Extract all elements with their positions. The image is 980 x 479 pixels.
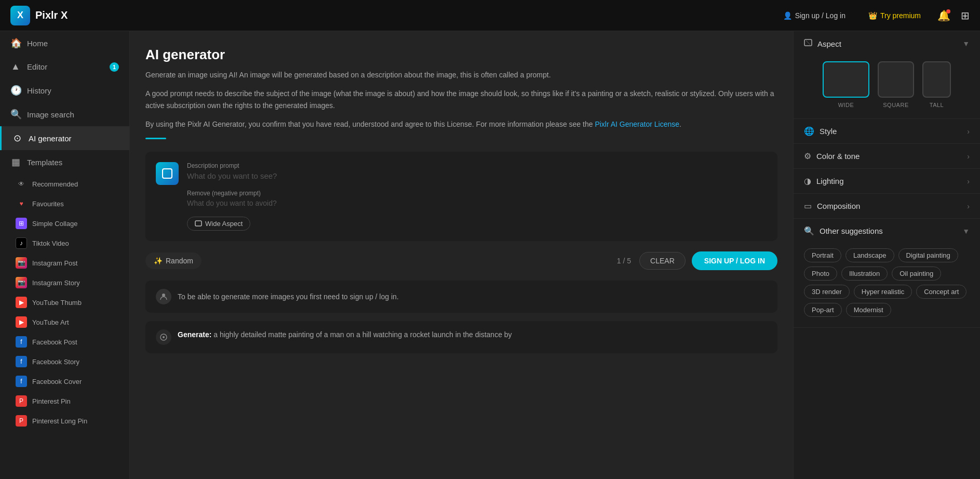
sidebar-item-home[interactable]: 🏠 Home <box>0 31 129 55</box>
sub-collage-label: Simple Collage <box>32 220 77 228</box>
color-tone-label: Color & tone <box>816 152 967 161</box>
prompt-fields: Description prompt What do you want to s… <box>187 162 767 231</box>
random-button[interactable]: ✨ Random <box>145 252 202 269</box>
clear-button[interactable]: CLEAR <box>639 252 686 270</box>
sidebar-sub-facebook-post[interactable]: f Facebook Post <box>0 332 129 352</box>
aspect-option-tall[interactable]: TALL <box>922 61 951 108</box>
sidebar-sub-instagram-post[interactable]: 📷 Instagram Post <box>0 253 129 273</box>
sub-facebook-cover-label: Facebook Cover <box>32 378 82 385</box>
aspect-wide-box <box>823 61 869 98</box>
aspect-header[interactable]: Aspect ▼ <box>794 31 980 56</box>
suggestion-tag[interactable]: Pop-art <box>804 303 842 317</box>
signup-login-button[interactable]: 👤 Sign up / Log in <box>777 8 852 23</box>
other-suggestions-chevron-icon: ▼ <box>962 227 970 235</box>
editor-badge: 1 <box>110 62 119 72</box>
prompt-box: Description prompt What do you want to s… <box>145 152 777 241</box>
style-chevron-icon: › <box>967 127 970 136</box>
sidebar-sub-instagram-story[interactable]: 📷 Instagram Story <box>0 273 129 292</box>
suggestion-tags: PortraitLandscapeDigital paintingPhotoIl… <box>794 243 980 327</box>
sidebar-sub-simple-collage[interactable]: ⊞ Simple Collage <box>0 214 129 233</box>
sidebar-item-history-label: History <box>27 86 51 95</box>
heart-icon: ♥ <box>16 198 27 209</box>
sidebar-item-image-search[interactable]: 🔍 Image search <box>0 102 129 126</box>
sidebar-sub-pinterest-pin[interactable]: P Pinterest Pin <box>0 391 129 411</box>
sidebar-sub-facebook-cover[interactable]: f Facebook Cover <box>0 371 129 391</box>
lighting-icon: ◑ <box>804 176 811 186</box>
aspect-option-wide[interactable]: WIDE <box>823 61 869 108</box>
premium-button[interactable]: 👑 Try premium <box>862 8 927 23</box>
suggestion-tag[interactable]: Digital painting <box>898 248 958 262</box>
suggestion-tag[interactable]: Illustration <box>841 267 888 281</box>
notification-button[interactable]: 🔔 <box>937 9 950 22</box>
composition-header[interactable]: ▭ Composition › <box>794 194 980 218</box>
suggestion-tag[interactable]: Portrait <box>804 248 841 262</box>
sidebar-sub-facebook-story[interactable]: f Facebook Story <box>0 352 129 371</box>
suggestion-tag[interactable]: Modernist <box>846 303 891 317</box>
color-tone-icon: ⚙ <box>804 151 811 161</box>
style-icon: 🌐 <box>804 126 814 136</box>
sidebar-sub-pinterest-long-pin[interactable]: P Pinterest Long Pin <box>0 411 129 431</box>
suggestion-tag[interactable]: Concept art <box>916 285 966 299</box>
sidebar-item-home-label: Home <box>27 39 48 48</box>
app-grid-button[interactable]: ⊞ <box>961 9 970 22</box>
negative-label: Remove (negative prompt) <box>187 190 767 197</box>
home-icon: 🏠 <box>10 37 21 49</box>
composition-chevron-icon: › <box>967 202 970 210</box>
suggestion-tag[interactable]: Photo <box>804 267 837 281</box>
aspect-options: WIDE SQUARE TALL <box>794 56 980 118</box>
suggestion-tag[interactable]: Landscape <box>845 248 894 262</box>
sub-youtube-thumb-label: YouTube Thumb <box>32 299 82 307</box>
aspect-square-box <box>878 61 914 98</box>
sidebar-item-templates[interactable]: ▦ Templates <box>0 150 129 174</box>
ai-generator-icon: ⊙ <box>12 132 22 144</box>
youtube-icon: ▶ <box>16 297 27 308</box>
sub-facebook-post-label: Facebook Post <box>32 338 77 346</box>
aspect-label: Aspect <box>817 39 962 48</box>
sidebar-item-editor[interactable]: ▲ Editor 1 <box>0 55 129 78</box>
sub-pinterest-pin-label: Pinterest Pin <box>32 397 71 405</box>
sidebar-item-ai-generator[interactable]: ⊙ AI generator <box>0 126 129 150</box>
facebook-story-icon: f <box>16 356 27 367</box>
sidebar-item-history[interactable]: 🕐 History <box>0 78 129 102</box>
sidebar-sub-favourites[interactable]: ♥ Favourites <box>0 194 129 214</box>
sidebar-sub-youtube-thumb[interactable]: ▶ YouTube Thumb <box>0 292 129 312</box>
aspect-option-square[interactable]: SQUARE <box>878 61 914 108</box>
color-tone-header[interactable]: ⚙ Color & tone › <box>794 144 980 168</box>
wide-aspect-icon <box>195 220 202 227</box>
sidebar-sub-youtube-art[interactable]: ▶ YouTube Art <box>0 312 129 332</box>
sub-facebook-story-label: Facebook Story <box>32 358 79 366</box>
pinterest-pin-icon: P <box>16 395 27 407</box>
sidebar-sub-recommended[interactable]: 👁 Recommended <box>0 174 129 194</box>
lighting-chevron-icon: › <box>967 177 970 185</box>
suggestion-tag[interactable]: 3D render <box>804 285 850 299</box>
suggestion-tag[interactable]: Oil painting <box>892 267 941 281</box>
description-prompt-input[interactable]: What do you want to see? <box>187 171 767 180</box>
other-suggestions-header[interactable]: 🔍 Other suggestions ▼ <box>794 219 980 243</box>
negative-prompt-input[interactable]: What do you want to avoid? <box>187 199 767 207</box>
style-label: Style <box>820 127 967 136</box>
aspect-tag[interactable]: Wide Aspect <box>187 217 250 231</box>
sidebar-sub-tiktok-video[interactable]: ♪ Tiktok Video <box>0 233 129 253</box>
style-header[interactable]: 🌐 Style › <box>794 119 980 143</box>
license-link[interactable]: Pixlr AI Generator License <box>595 120 679 128</box>
right-panel: Aspect ▼ WIDE SQUARE TALL <box>793 31 980 479</box>
aspect-tall-box <box>922 61 951 98</box>
sub-pinterest-long-label: Pinterest Long Pin <box>32 417 87 425</box>
toolbar: ✨ Random 1 / 5 CLEAR SIGN UP / LOG IN <box>145 251 777 270</box>
page-desc-1: Generate an image using AI! An image wil… <box>145 69 777 81</box>
generate-body: a highly detailed matte painting of a ma… <box>213 330 512 339</box>
page-desc-3: By using the Pixlr AI Generator, you con… <box>145 118 777 130</box>
aspect-wide-label: WIDE <box>838 102 854 108</box>
instagram-icon: 📷 <box>16 257 27 269</box>
generate-icon <box>156 329 171 345</box>
tiktok-icon: ♪ <box>16 237 27 249</box>
signup-generate-button[interactable]: SIGN UP / LOG IN <box>692 251 777 270</box>
suggestion-tag[interactable]: Hyper realistic <box>854 285 912 299</box>
sub-favourites-label: Favourites <box>32 200 64 208</box>
sidebar-item-ai-generator-label: AI generator <box>29 134 72 143</box>
templates-icon: ▦ <box>10 156 21 168</box>
lighting-header[interactable]: ◑ Lighting › <box>794 169 980 193</box>
composition-icon: ▭ <box>804 201 812 211</box>
aspect-section: Aspect ▼ WIDE SQUARE TALL <box>794 31 980 119</box>
content-area: AI generator Generate an image using AI!… <box>130 31 793 479</box>
